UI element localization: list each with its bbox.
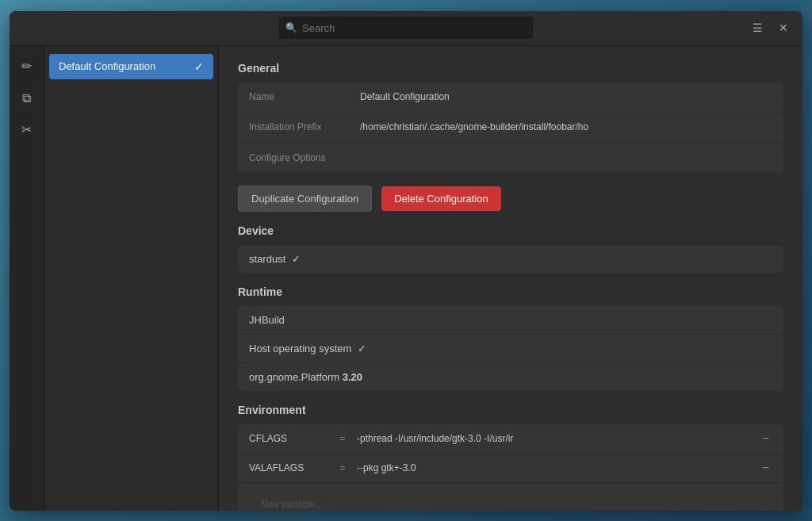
new-variable-row[interactable]: New variable... [238, 483, 783, 511]
sidebar-icons: ✏ ⧉ ✂ [10, 46, 44, 511]
search-bar[interactable]: 🔍 [279, 17, 533, 39]
env-cflags-row: CFLAGS = -pthread -I/usr/include/gtk-3.0… [238, 424, 783, 454]
env-valaflags-remove-button[interactable]: − [759, 462, 772, 474]
config-item-check: ✓ [194, 60, 204, 73]
runtime-card: JHBuild Host operating system ✓ org.gnom… [238, 306, 783, 391]
search-input[interactable] [302, 22, 527, 34]
env-valaflags-eq: = [335, 462, 350, 473]
name-value: Default Configuration [360, 91, 772, 102]
environment-section-title: Environment [238, 404, 783, 416]
prefix-value: /home/christian/.cache/gnome-builder/ins… [360, 121, 772, 132]
env-valaflags-key: VALAFLAGS [249, 462, 328, 473]
search-icon: 🔍 [285, 22, 297, 33]
menu-button[interactable]: ☰ [748, 18, 768, 37]
titlebar-actions: ☰ ✕ [748, 18, 793, 37]
titlebar: 🔍 ☰ ✕ [10, 11, 802, 46]
main-window: 🔍 ☰ ✕ ✏ ⧉ ✂ Default Configuration ✓ Gene… [10, 11, 802, 511]
runtime-host-os[interactable]: Host operating system ✓ [238, 335, 783, 363]
env-cflags-key: CFLAGS [249, 433, 328, 444]
env-cflags-remove-button[interactable]: − [759, 432, 772, 445]
env-valaflags-val: --pkg gtk+-3.0 [357, 462, 753, 473]
runtime-host-os-check: ✓ [358, 343, 366, 354]
device-item[interactable]: stardust ✓ [238, 245, 783, 273]
sidebar: Default Configuration ✓ [44, 46, 219, 511]
runtime-section-title: Runtime [238, 285, 783, 298]
runtime-jhbuild[interactable]: JHBuild [238, 306, 783, 335]
runtime-platform-version: 3.20 [343, 371, 362, 383]
env-cflags-eq: = [335, 433, 350, 444]
general-prefix-row: Installation Prefix /home/christian/.cac… [238, 113, 783, 143]
name-label: Name [249, 91, 360, 102]
delete-config-button[interactable]: Delete Configuration [381, 186, 501, 211]
general-card: Name Default Configuration Installation … [238, 82, 783, 173]
runtime-platform-label: org.gnome.Platform 3.20 [249, 371, 362, 383]
device-section-title: Device [238, 224, 783, 237]
device-card: stardust ✓ [238, 245, 783, 273]
device-check: ✓ [292, 253, 301, 265]
general-section-title: General [238, 62, 783, 75]
main-content: ✏ ⧉ ✂ Default Configuration ✓ General Na… [10, 46, 802, 511]
general-name-row: Name Default Configuration [238, 82, 783, 113]
tools-icon-button[interactable]: ✂ [13, 116, 41, 144]
content-area: General Name Default Configuration Insta… [219, 46, 802, 511]
sidebar-item-default-config[interactable]: Default Configuration ✓ [49, 54, 213, 79]
config-item-label: Default Configuration [59, 60, 155, 72]
close-button[interactable]: ✕ [774, 18, 793, 37]
prefix-label: Installation Prefix [249, 121, 360, 132]
sdk-icon-button[interactable]: ⧉ [13, 84, 41, 113]
options-label: Configure Options [249, 152, 360, 163]
runtime-platform[interactable]: org.gnome.Platform 3.20 [238, 363, 783, 391]
env-cflags-val: -pthread -I/usr/include/gtk-3.0 -I/usr/i… [357, 433, 753, 444]
device-name: stardust [249, 253, 285, 265]
duplicate-config-button[interactable]: Duplicate Configuration [238, 186, 372, 212]
env-valaflags-row: VALAFLAGS = --pkg gtk+-3.0 − [238, 454, 783, 483]
environment-card: CFLAGS = -pthread -I/usr/include/gtk-3.0… [238, 424, 783, 511]
runtime-jhbuild-label: JHBuild [249, 314, 285, 326]
general-options-row: Configure Options [238, 143, 783, 173]
action-buttons: Duplicate Configuration Delete Configura… [238, 186, 783, 212]
edit-icon-button[interactable]: ✏ [13, 52, 41, 81]
new-variable-placeholder: New variable... [249, 491, 334, 511]
runtime-host-os-label: Host operating system [249, 343, 351, 354]
